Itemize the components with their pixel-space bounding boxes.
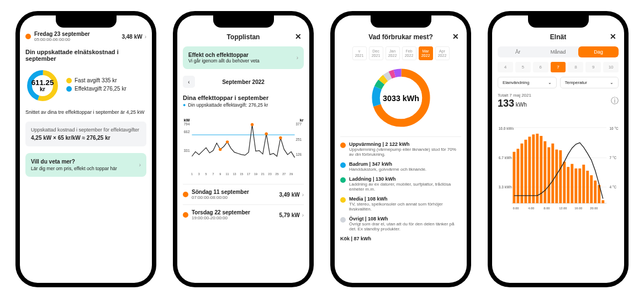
svg-rect-69	[582, 165, 585, 203]
svg-text:5: 5	[205, 172, 207, 176]
svg-rect-53	[520, 144, 523, 203]
month-cell[interactable]: Dec2021	[369, 46, 383, 60]
svg-point-13	[219, 148, 221, 151]
banner-title: Effekt och effekttoppar	[188, 52, 260, 58]
select-usage[interactable]: Elanvändning ⌄	[498, 77, 557, 88]
dot-icon	[340, 217, 346, 223]
chevron-down-icon: ⌄	[548, 80, 552, 85]
svg-rect-56	[532, 134, 535, 203]
month-cell[interactable]: Jan2022	[386, 46, 400, 60]
notch	[213, 15, 274, 28]
cost-title: Din uppskattade elnätskostnad i septembe…	[25, 49, 146, 62]
svg-text:12:00: 12:00	[559, 207, 567, 210]
usage-donut: 3033 kWh	[368, 65, 434, 131]
svg-text:17: 17	[247, 172, 250, 176]
day-time: 05:00:00-06:00:00	[34, 37, 90, 42]
day-title: Fredag 23 september	[34, 31, 90, 37]
peak-item[interactable]: Söndag 11 september07:00:00-08:00:003,49…	[183, 184, 304, 204]
day-cell[interactable]: 7	[551, 62, 566, 72]
svg-rect-71	[590, 175, 593, 203]
cost-donut: 611.25 kr	[25, 69, 60, 103]
svg-text:25: 25	[275, 172, 278, 176]
month-cell[interactable]: Mar2022	[419, 46, 433, 60]
month-cell[interactable]: Apr2022	[435, 46, 450, 60]
svg-text:7: 7	[212, 172, 214, 176]
svg-text:19: 19	[254, 172, 257, 176]
month-label: September 2022	[199, 79, 287, 85]
close-icon[interactable]: ✕	[295, 32, 302, 41]
prev-month-button[interactable]: ‹	[183, 76, 195, 88]
svg-text:126: 126	[295, 152, 302, 156]
notch	[528, 15, 589, 28]
calc-line: 4,25 kW × 65 kr/kW ≈ 276,25 kr	[31, 135, 141, 141]
segment[interactable]: År	[498, 46, 538, 57]
day-cell[interactable]: 5	[515, 62, 531, 72]
period-segmented[interactable]: ÅrMånadDag	[498, 46, 619, 57]
svg-rect-66	[571, 164, 573, 203]
chevron-right-icon: ›	[145, 34, 146, 40]
date-label: Totalt 7 maj 2021	[498, 93, 531, 98]
segment[interactable]: Dag	[578, 46, 619, 57]
category-item: Övrigt | 108 kWhÖvrigt som drar el, utan…	[340, 216, 461, 231]
day-cell[interactable]: 8	[568, 62, 583, 72]
close-icon[interactable]: ✕	[610, 32, 616, 41]
phone-1: Fredag 23 september 05:00:00-06:00:00 3,…	[15, 11, 156, 287]
day-cell[interactable]: 4	[498, 62, 513, 72]
dot-icon	[66, 86, 72, 92]
close-icon[interactable]: ✕	[452, 32, 459, 41]
month-cell[interactable]: Feb2022	[402, 46, 416, 60]
bullet-icon: ●	[183, 102, 186, 108]
learn-more-card[interactable]: Vill du veta mer? Lär dig mer om pris, e…	[25, 153, 146, 177]
month-cell[interactable]: v2021	[352, 46, 367, 60]
dot-icon	[183, 212, 188, 218]
chevron-right-icon: ›	[302, 192, 304, 198]
peaks-sub: Din uppskattade effektavgift: 276,25 kr	[188, 102, 268, 108]
month-picker[interactable]: v2021Dec2021Jan2022Feb2022Mar2022Apr2022	[340, 46, 461, 60]
calc-card: Uppskattad kostnad i september för effek…	[25, 122, 146, 146]
day-cell[interactable]: 9	[585, 62, 601, 72]
peak-item[interactable]: Torsdag 22 september19:00:00-20:00:005,7…	[183, 204, 304, 225]
svg-rect-55	[528, 136, 531, 203]
dot-icon	[25, 34, 31, 39]
svg-text:662: 662	[184, 130, 190, 134]
day-picker[interactable]: 45678910	[498, 62, 619, 72]
segment[interactable]: Månad	[538, 46, 578, 57]
notch	[371, 15, 431, 28]
svg-text:16:00: 16:00	[574, 207, 582, 210]
day-cell[interactable]: 10	[603, 62, 619, 72]
svg-text:10.0 kWh: 10.0 kWh	[499, 127, 514, 130]
more-sub: Lär dig mer om pris, effekt och toppar h…	[31, 166, 117, 171]
dot-icon	[340, 197, 346, 203]
svg-rect-72	[594, 181, 597, 203]
page-title: Vad förbrukar mest?	[368, 33, 433, 41]
phone-2: Topplistan ✕ Effekt och effekttoppar Vi …	[173, 11, 314, 287]
banner[interactable]: Effekt och effekttoppar Vi går igenom al…	[183, 46, 304, 69]
svg-text:611.25: 611.25	[31, 78, 54, 87]
svg-text:23: 23	[268, 172, 272, 176]
day-header[interactable]: Fredag 23 september 05:00:00-06:00:00 3,…	[25, 31, 146, 42]
screen-4: Elnät ✕ ÅrMånadDag 45678910 Elanvändning…	[492, 15, 624, 283]
svg-text:10 °C: 10 °C	[610, 127, 619, 130]
svg-text:9: 9	[219, 172, 221, 176]
cost-legend: Fast avgift 335 krEffektavgift 276,25 kr	[66, 77, 126, 94]
info-icon[interactable]: ⓘ	[611, 96, 619, 106]
svg-rect-57	[536, 134, 539, 203]
svg-rect-60	[547, 148, 550, 203]
dot-icon	[66, 78, 72, 83]
svg-text:27: 27	[282, 172, 286, 176]
svg-text:21: 21	[261, 172, 265, 176]
svg-point-15	[251, 123, 254, 126]
svg-text:29: 29	[289, 172, 293, 176]
legend-item: Effektavgift 276,25 kr	[66, 86, 126, 92]
svg-point-14	[226, 140, 229, 143]
day-cell[interactable]: 6	[533, 62, 548, 72]
category-item: Uppvärmning | 2 122 kWhUppvärmning (värm…	[340, 141, 461, 157]
svg-text:11: 11	[226, 172, 229, 176]
svg-text:3033 kWh: 3033 kWh	[383, 94, 419, 103]
svg-rect-52	[516, 149, 519, 203]
svg-text:794: 794	[184, 122, 190, 126]
select-temperature[interactable]: Temperatur ⌄	[560, 77, 619, 88]
svg-rect-59	[543, 141, 546, 203]
svg-text:1: 1	[191, 172, 193, 176]
chevron-right-icon: ›	[302, 212, 304, 218]
